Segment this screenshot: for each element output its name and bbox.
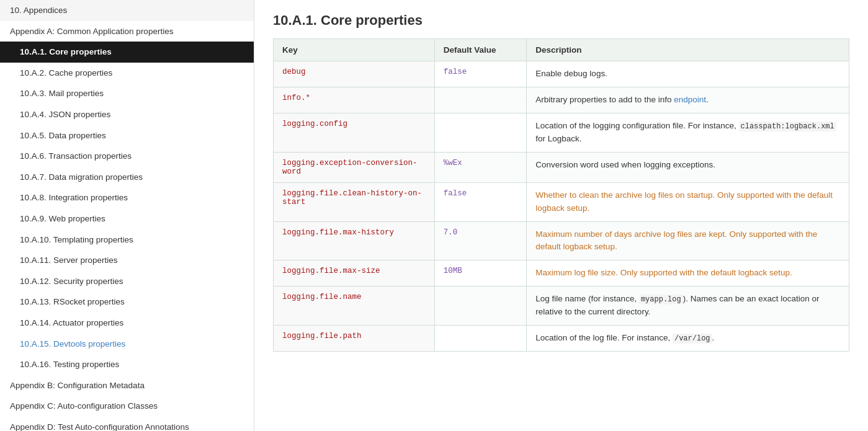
key-cell: debug: [274, 61, 435, 87]
table-row: debugfalseEnable debug logs.: [274, 61, 849, 87]
sidebar-item-cache-props[interactable]: 10.A.2. Cache properties: [0, 63, 254, 84]
endpoint-link[interactable]: endpoint: [674, 95, 706, 104]
table-row: logging.file.pathLocation of the log fil…: [274, 326, 849, 352]
sidebar-item-actuator-props[interactable]: 10.A.14. Actuator properties: [0, 313, 254, 334]
value-cell: [434, 326, 526, 352]
inline-code: /var/log: [673, 334, 712, 344]
value-cell: 10MB: [434, 260, 526, 287]
sidebar: 10. AppendicesAppendix A: Common Applica…: [0, 0, 254, 431]
desc-cell: Maximum number of days archive log files…: [527, 221, 849, 260]
value-cell: %wEx: [434, 152, 526, 182]
desc-cell: Location of the log file. For instance, …: [527, 326, 849, 352]
desc-cell: Location of the logging configuration fi…: [527, 113, 849, 152]
key-cell: logging.file.max-history: [274, 221, 435, 260]
desc-cell: Enable debug logs.: [527, 61, 849, 87]
sidebar-item-transaction-props[interactable]: 10.A.6. Transaction properties: [0, 146, 254, 167]
desc-cell: Arbitrary properties to add to the info …: [527, 87, 849, 113]
key-cell: logging.file.clean-history-on-start: [274, 182, 435, 221]
sidebar-item-appendix-d[interactable]: Appendix D: Test Auto-configuration Anno…: [0, 417, 254, 431]
sidebar-item-appendices[interactable]: 10. Appendices: [0, 0, 254, 21]
sidebar-item-security-props[interactable]: 10.A.12. Security properties: [0, 271, 254, 292]
desc-cell: Conversion word used when logging except…: [527, 152, 849, 182]
sidebar-item-appendix-c[interactable]: Appendix C: Auto-configuration Classes: [0, 396, 254, 417]
sidebar-item-templating-props[interactable]: 10.A.10. Templating properties: [0, 229, 254, 251]
key-cell: logging.file.path: [274, 326, 435, 352]
key-cell: logging.file.max-size: [274, 260, 435, 287]
sidebar-item-rsocket-props[interactable]: 10.A.13. RSocket properties: [0, 291, 254, 313]
inline-code: myapp.log: [639, 295, 683, 304]
sidebar-item-web-props[interactable]: 10.A.9. Web properties: [0, 208, 254, 229]
table-row: info.*Arbitrary properties to add to the…: [274, 87, 849, 113]
desc-cell: Whether to clean the archive log files o…: [527, 182, 849, 221]
col-default: Default Value: [434, 39, 526, 61]
properties-table: Key Default Value Description debugfalse…: [273, 38, 849, 352]
sidebar-item-migration-props[interactable]: 10.A.7. Data migration properties: [0, 167, 254, 188]
col-desc: Description: [527, 39, 849, 61]
sidebar-item-data-props[interactable]: 10.A.5. Data properties: [0, 125, 254, 146]
value-cell: [434, 113, 526, 152]
value-cell: 7.0: [434, 221, 526, 260]
value-cell: false: [434, 182, 526, 221]
value-cell: false: [434, 61, 526, 87]
sidebar-item-appendix-a[interactable]: Appendix A: Common Application propertie…: [0, 21, 254, 42]
desc-cell: Log file name (for instance, myapp.log).…: [527, 287, 849, 326]
table-header: Key Default Value Description: [274, 39, 849, 61]
sidebar-item-mail-props[interactable]: 10.A.3. Mail properties: [0, 83, 254, 104]
desc-cell: Maximum log file size. Only supported wi…: [527, 260, 849, 287]
key-cell: logging.exception-conversion-word: [274, 152, 435, 182]
sidebar-item-core-props[interactable]: 10.A.1. Core properties: [0, 42, 254, 63]
sidebar-item-json-props[interactable]: 10.A.4. JSON properties: [0, 104, 254, 125]
col-key: Key: [274, 39, 435, 61]
table-row: logging.file.max-history7.0Maximum numbe…: [274, 221, 849, 260]
table-row: logging.file.clean-history-on-startfalse…: [274, 182, 849, 221]
table-row: logging.file.max-size10MBMaximum log fil…: [274, 260, 849, 287]
value-cell: [434, 87, 526, 113]
sidebar-item-devtools-props[interactable]: 10.A.15. Devtools properties: [0, 334, 254, 355]
key-cell: logging.file.name: [274, 287, 435, 326]
page-title: 10.A.1. Core properties: [273, 12, 849, 29]
table-row: logging.configLocation of the logging co…: [274, 113, 849, 152]
key-cell: info.*: [274, 87, 435, 113]
value-cell: [434, 287, 526, 326]
sidebar-item-integration-props[interactable]: 10.A.8. Integration properties: [0, 187, 254, 208]
table-body: debugfalseEnable debug logs.info.*Arbitr…: [274, 61, 849, 352]
inline-code: classpath:logback.xml: [739, 122, 836, 131]
main-content: 10.A.1. Core properties Key Default Valu…: [254, 0, 868, 431]
table-row: logging.exception-conversion-word%wExCon…: [274, 152, 849, 182]
sidebar-item-testing-props[interactable]: 10.A.16. Testing properties: [0, 354, 254, 375]
sidebar-item-appendix-b[interactable]: Appendix B: Configuration Metadata: [0, 375, 254, 396]
sidebar-item-server-props[interactable]: 10.A.11. Server properties: [0, 250, 254, 271]
key-cell: logging.config: [274, 113, 435, 152]
table-row: logging.file.nameLog file name (for inst…: [274, 287, 849, 326]
